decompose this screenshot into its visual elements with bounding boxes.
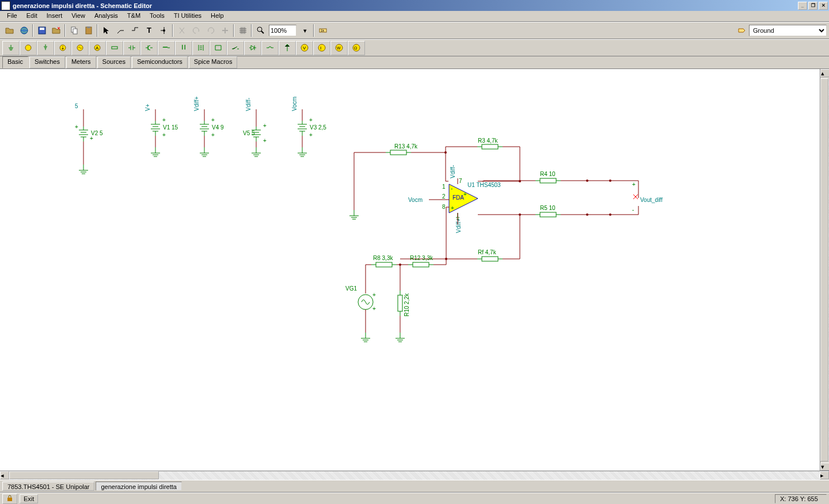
comp-transformer[interactable]: [175, 41, 192, 55]
tab-sources[interactable]: Sources: [97, 56, 131, 68]
comp-battery[interactable]: [37, 41, 54, 55]
menu-help[interactable]: Help: [206, 11, 229, 21]
comp-agen[interactable]: A: [89, 41, 106, 55]
menu-tiutilities[interactable]: TI Utilities: [169, 11, 206, 21]
doc-tab-2[interactable]: generazione impulsi diretta: [96, 482, 181, 491]
source-v1[interactable]: V+ V1 15 + +: [144, 104, 178, 156]
add-button[interactable]: [218, 24, 232, 38]
svg-text:+: +: [75, 124, 78, 130]
source-v5[interactable]: Vdiff- V5 5 + +: [243, 98, 267, 156]
svg-text:R3 4,7k: R3 4,7k: [478, 138, 498, 144]
wire-tool[interactable]: [113, 24, 128, 38]
open-button[interactable]: [2, 24, 17, 38]
pointer-tool[interactable]: [99, 24, 113, 38]
schematic-canvas[interactable]: 5 V2 5 + + V+ V1 15 + + Vdiff+ V4 9: [0, 69, 817, 460]
comp-switch[interactable]: [227, 41, 244, 55]
save-button[interactable]: [35, 24, 49, 38]
comp-transmission[interactable]: [210, 41, 227, 55]
vertical-scrollbar[interactable]: ▴ ▾: [820, 69, 829, 471]
comp-diode[interactable]: [244, 41, 261, 55]
hscroll-thumb[interactable]: [9, 471, 159, 479]
menu-tools[interactable]: Tools: [145, 11, 169, 21]
cut-tool[interactable]: [174, 24, 189, 38]
menu-file[interactable]: File: [2, 11, 22, 21]
amplifier-u1[interactable]: U1 THS4503 FDA + - + Vocm Vdiff- Vdiff+ …: [408, 165, 501, 233]
open-web-button[interactable]: [17, 24, 31, 38]
schematic-workspace[interactable]: ▴ ▾ 5 V2 5: [0, 69, 829, 471]
scroll-up-button[interactable]: ▴: [820, 69, 829, 77]
netlabel-select[interactable]: Ground: [749, 25, 827, 36]
menu-tm[interactable]: T&M: [123, 11, 145, 21]
svg-text:+: +: [263, 138, 267, 144]
tab-basic[interactable]: Basic: [2, 56, 28, 68]
comp-resistor[interactable]: [106, 41, 123, 55]
menu-insert[interactable]: Insert: [42, 11, 67, 21]
comp-label-4[interactable]: Ω: [348, 41, 365, 55]
svg-text:+: +: [90, 135, 93, 142]
doc-tab-1[interactable]: 7853.THS4501 - SE Unipolar: [2, 482, 94, 491]
minimize-button[interactable]: _: [798, 2, 807, 10]
comp-inductor[interactable]: [158, 41, 175, 55]
menu-view[interactable]: View: [67, 11, 90, 21]
comp-capacitor[interactable]: [123, 41, 140, 55]
zoom-input[interactable]: [269, 25, 296, 36]
source-v4[interactable]: Vdiff+ V4 9 + +: [193, 96, 224, 156]
scroll-left-button[interactable]: ◂: [0, 471, 9, 479]
comp-label-1[interactable]: V: [296, 41, 313, 55]
tab-meters[interactable]: Meters: [66, 56, 96, 68]
tab-semiconductors[interactable]: Semiconductors: [132, 56, 188, 68]
ruler-button[interactable]: 1k: [315, 24, 330, 38]
menu-edit[interactable]: Edit: [22, 11, 42, 21]
statusbar: Exit X: 736 Y: 655: [0, 492, 829, 504]
tab-switches[interactable]: Switches: [29, 56, 65, 68]
close-file-button[interactable]: [49, 24, 63, 38]
menu-analysis[interactable]: Analysis: [90, 11, 123, 21]
comp-capacitor-pol[interactable]: [140, 41, 158, 55]
paste-button[interactable]: [81, 24, 96, 38]
resistor-r8[interactable]: [371, 262, 397, 267]
resistor-r3[interactable]: [477, 144, 503, 149]
svg-text:Vout_diff: Vout_diff: [640, 197, 663, 203]
restore-button[interactable]: ❐: [808, 2, 817, 10]
resistor-r10[interactable]: [398, 291, 402, 316]
close-button[interactable]: ✕: [819, 2, 828, 10]
svg-point-69: [586, 213, 588, 216]
scroll-down-button[interactable]: ▾: [820, 463, 829, 471]
tab-spicemacros[interactable]: Spice Macros: [189, 56, 238, 68]
text-tool[interactable]: T: [142, 24, 157, 38]
resistor-r13[interactable]: [386, 150, 411, 155]
zoom-button[interactable]: [253, 24, 268, 38]
status-lock-icon[interactable]: [2, 494, 17, 504]
source-v3[interactable]: Vocm V3 2,5 + +: [291, 97, 326, 156]
svg-text:W: W: [337, 46, 341, 50]
copy-button[interactable]: [67, 24, 81, 38]
resistor-r12[interactable]: [408, 262, 433, 267]
resistor-rf[interactable]: [477, 257, 503, 261]
comp-vsource[interactable]: [20, 41, 37, 55]
comp-jumper[interactable]: [261, 41, 279, 55]
comp-ground[interactable]: [2, 41, 20, 55]
netlabel-icon[interactable]: [735, 24, 749, 38]
comp-isource[interactable]: [54, 41, 71, 55]
horizontal-scrollbar[interactable]: ◂ ▸: [0, 471, 829, 480]
comp-label-3[interactable]: W: [330, 41, 348, 55]
junction-tool[interactable]: [157, 24, 171, 38]
vscroll-thumb[interactable]: [820, 78, 828, 461]
wire-tool-2[interactable]: [128, 24, 142, 38]
app-icon: [1, 1, 10, 10]
resistor-r4[interactable]: [535, 178, 561, 183]
vout-diff-marker[interactable]: Vout_diff + -: [632, 181, 663, 213]
grid-toggle[interactable]: [235, 24, 250, 38]
undo-button[interactable]: [189, 24, 203, 38]
comp-label-2[interactable]: I: [313, 41, 330, 55]
comp-vgen[interactable]: [71, 41, 89, 55]
scroll-right-button[interactable]: ▸: [820, 471, 829, 479]
source-v2[interactable]: 5 V2 5 + +: [75, 103, 103, 174]
exit-button[interactable]: Exit: [20, 494, 38, 503]
comp-transformer-2[interactable]: [192, 41, 210, 55]
redo-button[interactable]: [203, 24, 218, 38]
comp-port[interactable]: [279, 41, 296, 55]
resistor-r5[interactable]: [535, 212, 561, 217]
svg-text:T: T: [147, 26, 151, 35]
zoom-dropdown[interactable]: ▾: [298, 24, 312, 38]
